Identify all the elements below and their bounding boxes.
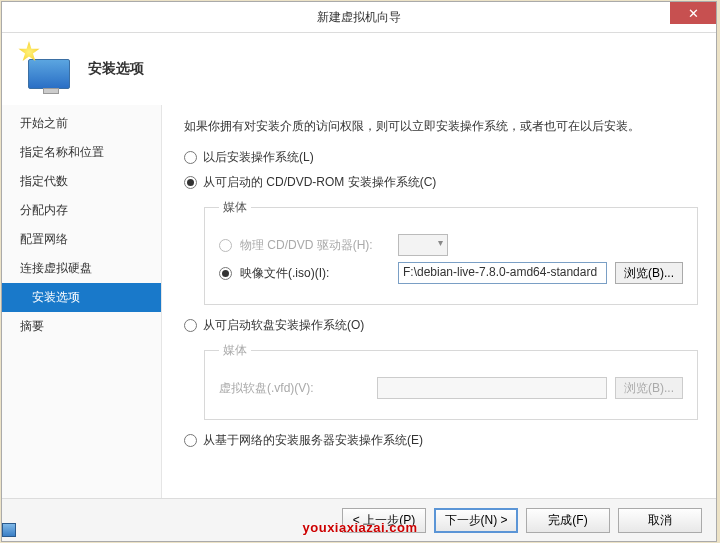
finish-button[interactable]: 完成(F)	[526, 508, 610, 533]
nav-name-location[interactable]: 指定名称和位置	[2, 138, 161, 167]
option-network[interactable]: 从基于网络的安装服务器安装操作系统(E)	[184, 432, 698, 449]
radio-icon[interactable]	[219, 267, 232, 280]
window-title: 新建虚拟机向导	[2, 9, 716, 26]
description-text: 如果你拥有对安装介质的访问权限，则可以立即安装操作系统，或者也可在以后安装。	[184, 117, 698, 135]
option-floppy[interactable]: 从可启动软盘安装操作系统(O)	[184, 317, 698, 334]
browse-iso-button[interactable]: 浏览(B)...	[615, 262, 683, 284]
nav-before-begin[interactable]: 开始之前	[2, 109, 161, 138]
option-install-later[interactable]: 以后安装操作系统(L)	[184, 149, 698, 166]
page-title: 安装选项	[88, 60, 144, 78]
option-label: 从基于网络的安装服务器安装操作系统(E)	[203, 432, 423, 449]
radio-icon	[184, 151, 197, 164]
nav-generation[interactable]: 指定代数	[2, 167, 161, 196]
physical-drive-combo	[398, 234, 448, 256]
radio-icon	[184, 319, 197, 332]
wizard-window: 新建虚拟机向导 ✕ 安装选项 开始之前 指定名称和位置 指定代数 分配内存 配置…	[1, 1, 717, 542]
option-label: 以后安装操作系统(L)	[203, 149, 314, 166]
cancel-button[interactable]: 取消	[618, 508, 702, 533]
iso-row: 映像文件(.iso)(I): F:\debian-live-7.8.0-amd6…	[219, 262, 683, 284]
wizard-icon	[22, 45, 70, 93]
option-label: 从可启动软盘安装操作系统(O)	[203, 317, 364, 334]
media-group-floppy: 媒体 虚拟软盘(.vfd)(V): 浏览(B)...	[204, 342, 698, 420]
nav-summary[interactable]: 摘要	[2, 312, 161, 341]
wizard-header: 安装选项	[2, 33, 716, 105]
titlebar: 新建虚拟机向导 ✕	[2, 2, 716, 33]
media-legend: 媒体	[219, 342, 251, 359]
nav-network[interactable]: 配置网络	[2, 225, 161, 254]
taskbar-app-icon	[2, 523, 16, 537]
nav-memory[interactable]: 分配内存	[2, 196, 161, 225]
browse-vfd-button: 浏览(B)...	[615, 377, 683, 399]
physical-drive-label: 物理 CD/DVD 驱动器(H):	[240, 237, 390, 254]
media-group-cddvd: 媒体 物理 CD/DVD 驱动器(H): 映像文件(.iso)(I): F:\d…	[204, 199, 698, 305]
wizard-body: 开始之前 指定名称和位置 指定代数 分配内存 配置网络 连接虚拟硬盘 安装选项 …	[2, 105, 716, 498]
vfd-row: 虚拟软盘(.vfd)(V): 浏览(B)...	[219, 377, 683, 399]
radio-icon	[184, 176, 197, 189]
vfd-path-input	[377, 377, 607, 399]
content-pane: 如果你拥有对安装介质的访问权限，则可以立即安装操作系统，或者也可在以后安装。 以…	[162, 105, 716, 498]
physical-drive-row: 物理 CD/DVD 驱动器(H):	[219, 234, 683, 256]
iso-label: 映像文件(.iso)(I):	[240, 265, 390, 282]
media-legend: 媒体	[219, 199, 251, 216]
next-button[interactable]: 下一步(N) >	[434, 508, 518, 533]
option-label: 从可启动的 CD/DVD-ROM 安装操作系统(C)	[203, 174, 436, 191]
close-button[interactable]: ✕	[670, 2, 716, 24]
vfd-label: 虚拟软盘(.vfd)(V):	[219, 380, 369, 397]
nav-sidebar: 开始之前 指定名称和位置 指定代数 分配内存 配置网络 连接虚拟硬盘 安装选项 …	[2, 105, 162, 498]
nav-install-options[interactable]: 安装选项	[2, 283, 161, 312]
radio-icon	[184, 434, 197, 447]
iso-path-input[interactable]: F:\debian-live-7.8.0-amd64-standard	[398, 262, 607, 284]
radio-icon	[219, 239, 232, 252]
nav-virtual-disk[interactable]: 连接虚拟硬盘	[2, 254, 161, 283]
option-cddvd[interactable]: 从可启动的 CD/DVD-ROM 安装操作系统(C)	[184, 174, 698, 191]
watermark-text: youxiaxiazai.com	[303, 520, 418, 535]
